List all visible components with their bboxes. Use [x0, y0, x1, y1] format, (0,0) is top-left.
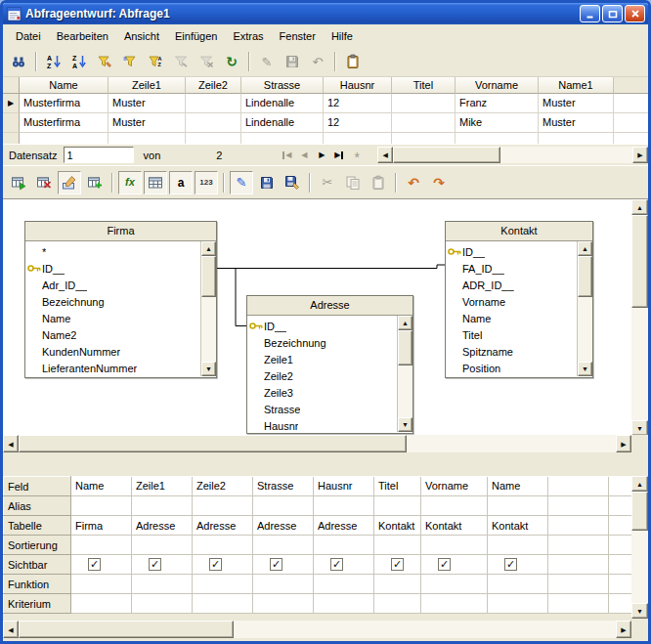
grid-cell-tabelle[interactable]: Kontakt	[421, 516, 488, 536]
sichtbar-checkbox[interactable]: ✓	[270, 558, 282, 571]
grid-cell-alias[interactable]	[421, 496, 488, 516]
cell[interactable]	[186, 133, 241, 144]
sichtbar-checkbox[interactable]: ✓	[88, 558, 101, 571]
design-horizontal-scrollbar[interactable]: ◀ ▶	[3, 435, 631, 452]
scroll-right-button[interactable]: ▶	[616, 621, 631, 638]
previous-record-button[interactable]: ◀	[295, 147, 313, 164]
cell[interactable]: Lindenalle	[241, 113, 324, 133]
field-item[interactable]: Strasse	[247, 401, 397, 417]
grid-cell-kriterium[interactable]	[488, 594, 548, 614]
scroll-down-button[interactable]: ▼	[578, 362, 592, 376]
field-item[interactable]: Spitzname	[446, 343, 577, 360]
grid-cell-kriterium[interactable]	[374, 594, 421, 614]
copy-button[interactable]	[341, 171, 365, 194]
table-box-firma[interactable]: Firma * ID__ Adr_ID__ Bezeichnung Name N…	[24, 221, 217, 378]
record-number-input[interactable]	[64, 147, 134, 163]
cell[interactable]	[392, 113, 456, 133]
scroll-up-button[interactable]: ▲	[631, 199, 648, 215]
scrollbar-track[interactable]	[398, 330, 412, 417]
grid-cell-alias[interactable]	[488, 496, 548, 516]
scroll-left-button[interactable]: ◀	[3, 621, 19, 638]
grid-cell-tabelle[interactable]	[609, 516, 632, 536]
scrollbar-thumb[interactable]	[631, 215, 648, 308]
cell[interactable]	[324, 133, 392, 144]
clipboard-button[interactable]	[341, 50, 365, 73]
grid-cell-alias[interactable]	[253, 496, 314, 516]
scroll-up-button[interactable]: ▲	[201, 241, 216, 256]
table-box-scrollbar[interactable]: ▲ ▼	[397, 316, 412, 432]
scrollbar-thumb[interactable]	[631, 492, 648, 531]
scroll-left-button[interactable]: ◀	[3, 435, 19, 452]
grid-cell-feld[interactable]	[609, 477, 632, 496]
grid-cell-funktion[interactable]	[253, 575, 314, 594]
minimize-button[interactable]	[580, 5, 600, 22]
cell[interactable]: Muster	[108, 94, 186, 113]
paste-button[interactable]	[367, 171, 390, 194]
scrollbar-track[interactable]	[393, 147, 632, 163]
grid-cell-tabelle[interactable]	[548, 516, 609, 536]
grid-cell-feld[interactable]: Hausnr	[314, 477, 374, 496]
scroll-up-button[interactable]: ▲	[398, 316, 412, 330]
grid-cell-funktion[interactable]	[374, 575, 421, 594]
col-header-zeile1[interactable]: Zeile1	[108, 77, 186, 94]
col-header-zeile2[interactable]: Zeile2	[186, 77, 241, 94]
distinct-values-toggle-button[interactable]: 123	[195, 171, 218, 194]
sichtbar-checkbox[interactable]: ✓	[209, 558, 222, 571]
grid-cell-sortierung[interactable]	[193, 536, 253, 555]
scroll-right-button[interactable]: ▶	[616, 435, 631, 452]
menu-datei[interactable]: Datei	[8, 27, 49, 45]
grid-cell-sortierung[interactable]	[314, 536, 374, 555]
grid-cell-sichtbar[interactable]	[609, 555, 632, 575]
scroll-right-button[interactable]: ▶	[632, 147, 648, 163]
cell[interactable]: Musterfirma	[20, 94, 108, 113]
grid-cell-alias[interactable]	[71, 496, 132, 516]
scrollbar-thumb[interactable]	[19, 621, 234, 638]
table-box-title[interactable]: Adresse	[247, 296, 412, 316]
col-header-strasse[interactable]: Strasse	[241, 77, 324, 94]
cell[interactable]: Muster	[108, 113, 186, 133]
grid-cell-feld[interactable]: Strasse	[253, 477, 314, 496]
sort-button[interactable]: AZ	[144, 50, 167, 73]
clear-query-button[interactable]	[32, 171, 56, 194]
field-item[interactable]: ID__	[446, 243, 577, 260]
grid-cell-kriterium[interactable]	[421, 594, 488, 614]
field-item[interactable]: Position	[446, 360, 577, 376]
sichtbar-checkbox[interactable]: ✓	[330, 558, 343, 571]
scrollbar-track[interactable]	[19, 435, 616, 452]
next-record-button[interactable]: ▶	[313, 147, 330, 164]
scroll-down-button[interactable]: ▼	[398, 417, 412, 432]
scroll-down-button[interactable]: ▼	[631, 603, 648, 619]
grid-cell-tabelle[interactable]: Adresse	[314, 516, 374, 536]
field-item[interactable]: KundenNummer	[25, 343, 200, 360]
field-item[interactable]: Adr_ID__	[25, 277, 200, 293]
grid-cell-feld[interactable]: Zeile2	[193, 477, 253, 496]
table-box-adresse[interactable]: Adresse ID__ Bezeichnung Zeile1 Zeile2 Z…	[246, 295, 413, 434]
first-record-button[interactable]: ◀	[278, 147, 295, 164]
scroll-up-button[interactable]: ▲	[631, 476, 648, 492]
cell[interactable]	[108, 133, 186, 144]
table-name-toggle-button[interactable]	[144, 171, 167, 194]
cell[interactable]: 12	[324, 94, 392, 113]
grid-cell-feld[interactable]: Zeile1	[132, 477, 193, 496]
cell[interactable]	[456, 133, 539, 144]
grid-cell-feld[interactable]: Titel	[374, 477, 421, 496]
menu-einfuegen[interactable]: Einfügen	[167, 27, 225, 45]
scrollbar-track[interactable]	[201, 256, 216, 362]
edit-data-button[interactable]: ✎	[255, 50, 279, 73]
field-item[interactable]: Bezeichnung	[247, 334, 397, 351]
menu-hilfe[interactable]: Hilfe	[324, 27, 361, 45]
design-view-toggle-button[interactable]	[58, 171, 81, 194]
scrollbar-track[interactable]	[578, 256, 592, 362]
sort-ascending-button[interactable]: AZ	[42, 50, 65, 73]
scrollbar-thumb[interactable]	[578, 256, 592, 297]
standard-filter-button[interactable]	[93, 50, 116, 73]
sort-descending-button[interactable]: ZA	[67, 50, 91, 73]
cell[interactable]	[20, 133, 108, 144]
field-item[interactable]: FA_ID__	[446, 260, 577, 277]
apply-filter-button[interactable]	[169, 50, 193, 73]
sichtbar-checkbox[interactable]: ✓	[438, 558, 451, 571]
edit-toggle-button[interactable]: ✎	[230, 171, 253, 194]
scrollbar-thumb[interactable]	[201, 256, 216, 297]
grid-cell-sortierung[interactable]	[71, 536, 132, 555]
grid-cell-tabelle[interactable]: Adresse	[132, 516, 193, 536]
